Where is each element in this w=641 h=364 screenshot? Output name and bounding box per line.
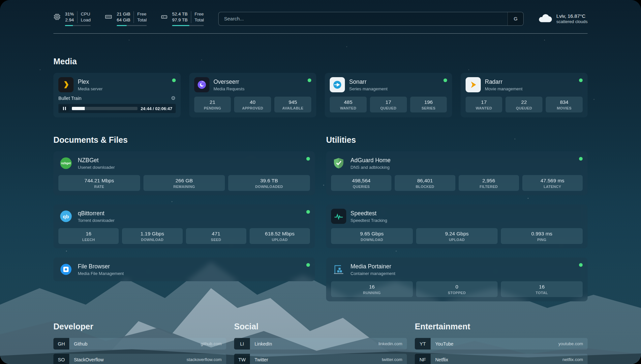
card-portainer[interactable]: Media Portainer Container management 16 … — [326, 258, 588, 301]
status-dot — [306, 210, 310, 214]
card-radarr[interactable]: Radarr Movie management 17 WANTED 22 QUE… — [461, 73, 588, 117]
weather-condition: scattered clouds — [556, 19, 588, 25]
plex-player-bar: 24:44 / 02:06:47 — [58, 104, 176, 113]
search-input[interactable] — [219, 16, 507, 21]
sonarr-icon — [330, 77, 345, 92]
ram-free-label: Free — [137, 11, 147, 17]
bookmarks-developer: Developer GH Github github.com SO StackO… — [53, 322, 226, 364]
bookmark-url: netflix.com — [563, 357, 588, 362]
card-title: Overseerr — [214, 78, 245, 85]
card-title: Speedtest — [351, 210, 387, 217]
status-dot — [308, 78, 311, 82]
stat-blocked: 86,401 BLOCKED — [395, 175, 455, 191]
now-playing-title: Bullet Train — [58, 96, 81, 101]
card-subtitle: DNS and adblocking — [351, 165, 391, 170]
section-heading-utilities: Utilities — [326, 135, 588, 145]
card-title: Media Portainer — [351, 263, 395, 270]
qbittorrent-icon: qb — [58, 209, 74, 224]
card-sonarr[interactable]: Sonarr Series management 485 WANTED 17 Q… — [325, 73, 452, 117]
cpu-icon — [53, 13, 61, 22]
bookmark-url: youtube.com — [559, 341, 588, 346]
search-provider-button[interactable]: G — [507, 12, 523, 25]
stat-wanted: 485 WANTED — [330, 97, 367, 112]
stat-ping: 0.993 ms PING — [501, 228, 583, 244]
bookmark-linkedin[interactable]: LI LinkedIn linkedin.com — [234, 338, 407, 349]
card-subtitle: Media Requests — [214, 86, 245, 91]
bookmark-name: Twitter — [250, 357, 268, 362]
speedtest-icon — [331, 209, 346, 224]
section-heading-documents: Documents & Files — [53, 135, 315, 145]
bookmarks-social: Social LI LinkedIn linkedin.com TW Twitt… — [234, 322, 407, 364]
ram-total: 64 GiB — [117, 17, 130, 23]
bookmark-name: Github — [69, 341, 87, 347]
card-qbittorrent[interactable]: qb qBittorrent Torrent downloader 16 LEE… — [53, 204, 315, 248]
bookmark-twitter[interactable]: TW Twitter twitter.com — [234, 354, 407, 364]
bookmark-abbr: YT — [415, 338, 431, 349]
bookmark-github[interactable]: GH Github github.com — [53, 338, 226, 349]
dashboard-screen: 31% 2.94 CPU Load — [0, 0, 641, 364]
topbar-divider — [53, 33, 588, 34]
stat-upload: 618.52 Mbps UPLOAD — [250, 228, 310, 244]
stat-total: 16 TOTAL — [501, 281, 583, 297]
cloud-icon — [538, 13, 552, 24]
card-title: Radarr — [485, 78, 523, 85]
filebrowser-icon — [58, 262, 74, 277]
section-utilities: Utilities AdGuard Home — [326, 135, 588, 301]
section-heading-media: Media — [53, 57, 588, 66]
stat-upload: 9.24 Gbps UPLOAD — [416, 228, 498, 244]
radarr-icon — [466, 77, 481, 92]
section-heading-developer: Developer — [53, 322, 226, 331]
card-subtitle: Media File Management — [78, 271, 124, 276]
card-plex[interactable]: Plex Media server Bullet Train ⚙ — [53, 73, 181, 117]
bookmark-youtube[interactable]: YT YouTube youtube.com — [415, 338, 588, 349]
stat-seed: 471 SEED — [186, 228, 246, 244]
bookmark-url: twitter.com — [382, 357, 407, 362]
stat-leech: 16 LEECH — [58, 228, 119, 244]
stat-downloaded: 39.6 TB DOWNLOADED — [228, 175, 310, 191]
playback-progress — [72, 107, 137, 110]
stat-stopped: 0 STOPPED — [416, 281, 498, 297]
card-filebrowser[interactable]: File Browser Media File Management — [53, 258, 315, 281]
bookmark-name: LinkedIn — [250, 341, 272, 347]
status-dot — [579, 263, 583, 267]
weather-widget: Lviv, 16.87°C scattered clouds — [538, 13, 588, 25]
pause-button[interactable] — [60, 105, 69, 112]
card-overseerr[interactable]: Overseerr Media Requests 21 PENDING 40 A… — [189, 73, 317, 117]
card-title: Plex — [78, 78, 103, 85]
section-documents-files: Documents & Files nzbget NZBGet Usenet d… — [53, 135, 315, 301]
stat-wanted: 17 WANTED — [466, 97, 503, 112]
stat-running: 16 RUNNING — [331, 281, 413, 297]
adguard-icon — [331, 156, 346, 171]
card-adguard[interactable]: AdGuard Home DNS and adblocking 498,564 … — [326, 151, 588, 195]
card-nzbget[interactable]: nzbget NZBGet Usenet downloader 744.21 M… — [53, 151, 315, 195]
status-dot — [443, 78, 447, 82]
bookmark-name: Netflix — [431, 357, 448, 362]
card-title: AdGuard Home — [351, 157, 391, 164]
stat-latency: 47.569 ms LATENCY — [522, 175, 583, 191]
settings-icon[interactable]: ⚙ — [171, 96, 175, 101]
ram-usage-bar — [117, 25, 147, 26]
card-title: NZBGet — [78, 157, 115, 164]
bookmark-abbr: SO — [53, 354, 69, 364]
stat-queued: 22 QUEUED — [505, 97, 542, 112]
card-speedtest[interactable]: Speedtest Speedtest Tracking 9.65 Gbps D… — [326, 204, 588, 248]
cpu-load: 2.94 — [65, 17, 74, 23]
cpu-load-label: Load — [81, 17, 91, 23]
card-subtitle: Movie management — [485, 86, 523, 91]
cpu-label: CPU — [81, 11, 91, 17]
stat-pending: 21 PENDING — [194, 97, 231, 112]
disk-icon — [161, 13, 168, 22]
ram-widget: 21 GiB 64 GiB Free Total — [105, 11, 147, 26]
card-title: qBittorrent — [78, 210, 114, 217]
stat-rate: 744.21 Mbps RATE — [58, 175, 140, 191]
ram-free: 21 GiB — [117, 11, 130, 17]
disk-widget: 52.4 TB 97.9 TB Free Total — [161, 11, 204, 26]
bookmark-abbr: TW — [234, 354, 250, 364]
bookmark-netflix[interactable]: NF Netflix netflix.com — [415, 354, 588, 364]
disk-usage-bar — [172, 25, 204, 26]
bookmark-stackoverflow[interactable]: SO StackOverflow stackoverflow.com — [53, 354, 226, 364]
card-subtitle: Container management — [351, 271, 395, 276]
bookmark-url: linkedin.com — [379, 341, 407, 346]
disk-total: 97.9 TB — [172, 17, 188, 23]
disk-free-label: Free — [195, 11, 204, 17]
